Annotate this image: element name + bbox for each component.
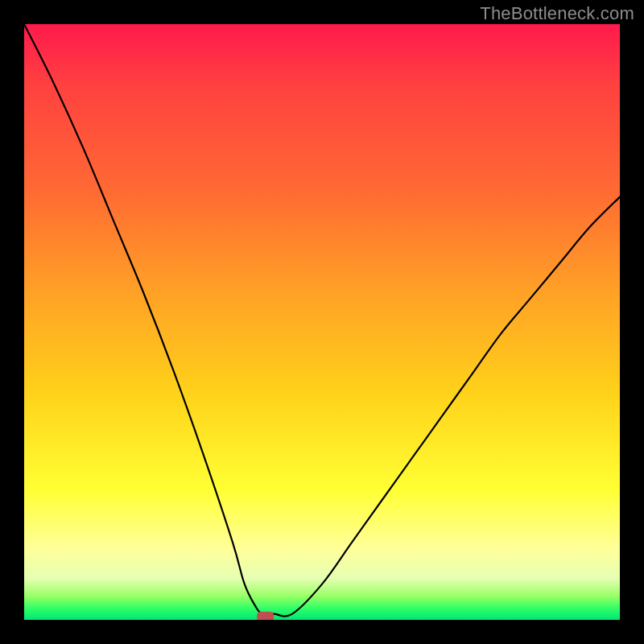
chart-svg [24, 24, 620, 620]
bottleneck-curve [24, 24, 620, 617]
watermark-text: TheBottleneck.com [480, 3, 634, 24]
chart-frame: TheBottleneck.com [0, 0, 644, 644]
chart-plot-area [24, 24, 620, 620]
optimal-point-marker [258, 612, 274, 620]
